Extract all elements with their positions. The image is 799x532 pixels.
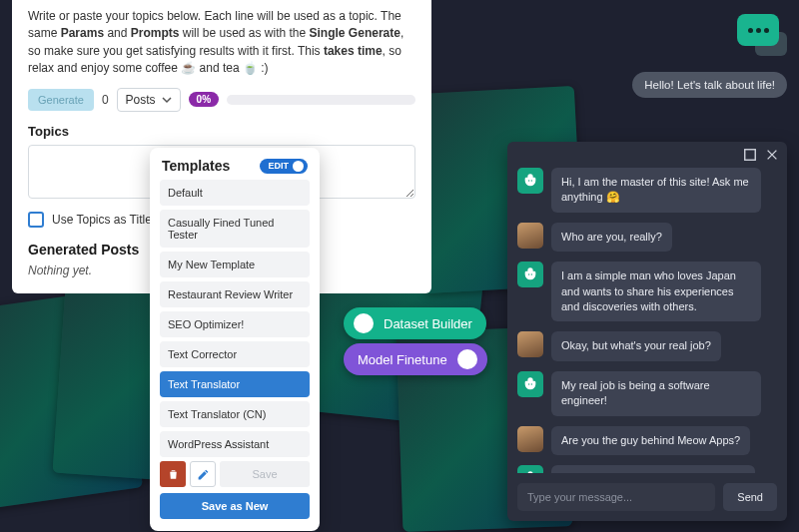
chat-messages: Hi, I am the master of this site! Ask me… bbox=[507, 164, 787, 473]
chat-input[interactable] bbox=[517, 483, 715, 511]
template-item[interactable]: Default bbox=[160, 180, 310, 206]
templates-edit-toggle[interactable]: EDIT bbox=[260, 159, 308, 174]
intro-text: Write or paste your topics below. Each l… bbox=[28, 8, 415, 78]
save-as-new-button[interactable]: Save as New bbox=[160, 493, 310, 519]
model-finetune-label: Model Finetune bbox=[358, 352, 447, 367]
chat-window: Hi, I am the master of this site! Ask me… bbox=[507, 142, 787, 521]
delete-template-button[interactable] bbox=[160, 461, 186, 487]
message-text: Hi, I am the master of this site! Ask me… bbox=[551, 168, 761, 213]
progress-percent: 0% bbox=[189, 92, 219, 107]
message-text: Who are you, really? bbox=[551, 223, 672, 252]
generate-count: 0 bbox=[102, 93, 109, 107]
bot-message: Hi, I am the master of this site! Ask me… bbox=[517, 168, 777, 213]
template-item[interactable]: Text Corrector bbox=[160, 341, 310, 367]
template-item[interactable]: WordPress Assistant bbox=[160, 431, 310, 457]
expand-icon[interactable] bbox=[743, 148, 757, 162]
trash-icon bbox=[167, 468, 180, 481]
user-message: Who are you, really? bbox=[517, 223, 777, 252]
templates-panel: Templates EDIT DefaultCasually Fined Tun… bbox=[150, 148, 320, 531]
save-template-button[interactable]: Save bbox=[220, 461, 310, 487]
template-item[interactable]: Casually Fined Tuned Tester bbox=[160, 210, 310, 248]
bot-avatar-icon bbox=[517, 262, 543, 287]
dataset-builder-button[interactable]: Dataset Builder bbox=[344, 307, 486, 339]
pill-dot-icon bbox=[354, 313, 374, 333]
checkbox-icon bbox=[28, 212, 44, 228]
bot-avatar-icon bbox=[517, 168, 543, 194]
bot-avatar-icon bbox=[517, 371, 543, 397]
close-icon[interactable] bbox=[765, 148, 779, 162]
templates-list: DefaultCasually Fined Tuned TesterMy New… bbox=[160, 180, 310, 457]
svg-rect-0 bbox=[745, 150, 756, 161]
template-item[interactable]: Restaurant Review Writer bbox=[160, 281, 310, 307]
chat-launcher-icon[interactable] bbox=[737, 14, 779, 46]
dataset-builder-label: Dataset Builder bbox=[384, 316, 472, 331]
template-item[interactable]: Text Translator (CN) bbox=[160, 401, 310, 427]
user-message: Are you the guy behind Meow Apps? bbox=[517, 426, 777, 455]
message-text: I am a simple man who loves Japan and wa… bbox=[551, 262, 761, 321]
post-type-select[interactable]: Posts bbox=[117, 88, 181, 112]
message-text: Yes, I am the guy behind Meow Apps! bbox=[551, 465, 755, 473]
progress-bar bbox=[227, 95, 415, 105]
post-type-select-label: Posts bbox=[126, 93, 156, 107]
chat-greeting-bubble[interactable]: Hello! Let's talk about life! bbox=[632, 72, 787, 98]
chevron-down-icon bbox=[162, 95, 172, 105]
toggle-knob-icon bbox=[293, 161, 304, 172]
message-text: Are you the guy behind Meow Apps? bbox=[551, 426, 750, 455]
user-message: Okay, but what's your real job? bbox=[517, 331, 777, 360]
pencil-icon bbox=[197, 468, 210, 481]
edit-toggle-label: EDIT bbox=[268, 161, 289, 171]
use-topics-label: Use Topics as Titles bbox=[52, 213, 158, 227]
bot-message: Yes, I am the guy behind Meow Apps! bbox=[517, 465, 777, 473]
edit-template-button[interactable] bbox=[190, 461, 216, 487]
templates-title: Templates bbox=[162, 158, 230, 174]
message-text: My real job is being a software engineer… bbox=[551, 371, 761, 416]
bot-avatar-icon bbox=[517, 465, 543, 473]
bot-message: I am a simple man who loves Japan and wa… bbox=[517, 262, 777, 321]
message-text: Okay, but what's your real job? bbox=[551, 331, 721, 360]
send-button[interactable]: Send bbox=[723, 483, 777, 511]
template-item[interactable]: SEO Optimizer! bbox=[160, 311, 310, 337]
user-avatar-icon bbox=[517, 223, 543, 249]
bot-message: My real job is being a software engineer… bbox=[517, 371, 777, 416]
template-item[interactable]: Text Translator bbox=[160, 371, 310, 397]
generate-button[interactable]: Generate bbox=[28, 89, 94, 111]
user-avatar-icon bbox=[517, 331, 543, 357]
topics-heading: Topics bbox=[28, 124, 415, 139]
template-item[interactable]: My New Template bbox=[160, 252, 310, 277]
pill-dot-icon bbox=[457, 349, 477, 369]
chat-bubble-icon bbox=[737, 14, 779, 46]
model-finetune-button[interactable]: Model Finetune bbox=[344, 343, 487, 375]
user-avatar-icon bbox=[517, 426, 543, 452]
